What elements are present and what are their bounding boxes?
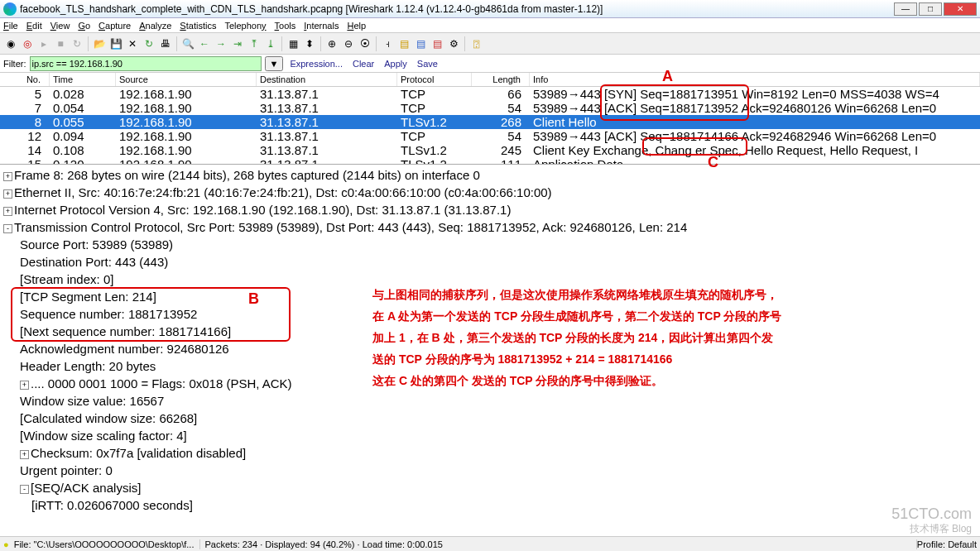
- zoom100-icon[interactable]: ⦿: [358, 36, 372, 51]
- filter-dropdown[interactable]: ▼: [265, 56, 284, 71]
- close-file-icon[interactable]: ✕: [125, 36, 140, 51]
- close-button[interactable]: ✕: [944, 2, 977, 16]
- back-icon[interactable]: ←: [197, 36, 212, 51]
- collapse-icon[interactable]: -: [20, 485, 29, 494]
- dst-port[interactable]: Destination Port: 443 (443): [3, 253, 977, 271]
- ip-node[interactable]: +Internet Protocol Version 4, Src: 192.1…: [3, 201, 977, 218]
- menu-go[interactable]: Go: [78, 21, 90, 31]
- expression-button[interactable]: Expression...: [290, 59, 343, 69]
- menu-telephony[interactable]: Telephony: [224, 21, 266, 31]
- start-icon[interactable]: ▸: [36, 36, 51, 51]
- apply-button[interactable]: Apply: [384, 59, 407, 69]
- src-port[interactable]: Source Port: 53989 (53989): [3, 236, 977, 253]
- open-icon[interactable]: 📂: [92, 36, 107, 51]
- status-profile[interactable]: Profile: Default: [917, 539, 977, 549]
- expand-icon[interactable]: +: [3, 207, 12, 216]
- col-src[interactable]: Source: [116, 73, 257, 86]
- title-bar: facebook_TLS_handshark_complete_with_CDN…: [0, 0, 980, 18]
- stop-icon[interactable]: ■: [53, 36, 68, 51]
- status-bar: ● File: "C:\Users\OOOOOOOOOO\Desktop\f..…: [0, 536, 980, 551]
- status-packets: Packets: 234 · Displayed: 94 (40.2%) · L…: [200, 539, 917, 549]
- menu-tools[interactable]: Tools: [275, 21, 296, 31]
- collapse-icon[interactable]: -: [3, 224, 12, 233]
- reload-icon[interactable]: ↻: [142, 36, 156, 51]
- menu-view[interactable]: View: [50, 21, 70, 31]
- interfaces-icon[interactable]: ◉: [3, 36, 18, 51]
- restart-icon[interactable]: ↻: [70, 36, 84, 51]
- status-bulb-icon[interactable]: ●: [3, 539, 9, 549]
- menu-help[interactable]: Help: [347, 21, 366, 31]
- packet-row[interactable]: 70.054192.168.1.9031.13.87.1TCP5453989→4…: [0, 101, 980, 115]
- resize-icon[interactable]: ⫞: [380, 36, 395, 51]
- menu-file[interactable]: File: [3, 21, 18, 31]
- maximize-button[interactable]: □: [919, 2, 942, 16]
- options-icon[interactable]: ◎: [20, 36, 35, 51]
- filter-label: Filter:: [3, 59, 26, 69]
- packet-row[interactable]: 50.028192.168.1.9031.13.87.1TCP6653989→4…: [0, 87, 980, 101]
- seqack-node[interactable]: -[SEQ/ACK analysis]: [3, 479, 977, 496]
- annotation-text: 与上图相同的捕获序列，但是这次使用操作系统网络堆栈原生填充的随机序号， 在 A …: [372, 284, 781, 391]
- print-icon[interactable]: 🖶: [158, 36, 173, 51]
- packet-list[interactable]: No. Time Source Destination Protocol Len…: [0, 73, 980, 165]
- minimize-button[interactable]: —: [894, 2, 917, 16]
- menu-internals[interactable]: Internals: [304, 21, 339, 31]
- packet-list-header: No. Time Source Destination Protocol Len…: [0, 73, 980, 87]
- col-dst[interactable]: Destination: [257, 73, 397, 86]
- annotation-b-label: B: [248, 290, 259, 308]
- checksum-node[interactable]: +Checksum: 0x7f7a [validation disabled]: [3, 444, 977, 462]
- save-button[interactable]: Save: [417, 59, 438, 69]
- menu-capture[interactable]: Capture: [98, 21, 131, 31]
- status-file: File: "C:\Users\OOOOOOOOOO\Desktop\f...: [9, 539, 200, 549]
- packet-row[interactable]: 80.055192.168.1.9031.13.87.1TLSv1.2268Cl…: [0, 115, 980, 129]
- last-icon[interactable]: ⤓: [263, 36, 278, 51]
- app-icon: [3, 2, 17, 16]
- capture-filter-icon[interactable]: ▤: [396, 36, 411, 51]
- col-info[interactable]: Info: [530, 73, 980, 86]
- packet-row[interactable]: 120.094192.168.1.9031.13.87.1TCP5453989→…: [0, 129, 980, 143]
- autoscroll-icon[interactable]: ⬍: [302, 36, 317, 51]
- menu-analyze[interactable]: Analyze: [139, 21, 171, 31]
- zoomin-icon[interactable]: ⊕: [324, 36, 339, 51]
- first-icon[interactable]: ⤒: [247, 36, 262, 51]
- packet-row[interactable]: 140.108192.168.1.9031.13.87.1TLSv1.2245C…: [0, 143, 980, 157]
- expand-icon[interactable]: +: [20, 381, 29, 390]
- eth-node[interactable]: +Ethernet II, Src: 40:16:7e:24:fb:21 (40…: [3, 184, 977, 201]
- irtt[interactable]: [iRTT: 0.026067000 seconds]: [3, 496, 977, 514]
- col-len[interactable]: Length: [472, 73, 530, 86]
- menu-edit[interactable]: Edit: [26, 21, 42, 31]
- find-icon[interactable]: 🔍: [180, 36, 195, 51]
- win-scale[interactable]: [Window size scaling factor: 4]: [3, 427, 977, 444]
- filter-bar: Filter: ▼ Expression... Clear Apply Save: [0, 55, 980, 73]
- col-time[interactable]: Time: [50, 73, 116, 86]
- win-size[interactable]: Window size value: 16567: [3, 392, 977, 410]
- colorize-icon[interactable]: ▦: [286, 36, 300, 51]
- expand-icon[interactable]: +: [20, 450, 29, 459]
- window-title: facebook_TLS_handshark_complete_with_CDN…: [20, 3, 603, 15]
- packet-row[interactable]: 150.120192.168.1.9031.13.87.1TLSv1.2111A…: [0, 157, 980, 164]
- display-filter-icon[interactable]: ▤: [413, 36, 428, 51]
- frame-node[interactable]: +Frame 8: 268 bytes on wire (2144 bits),…: [3, 166, 977, 184]
- help-icon[interactable]: ⍰: [468, 36, 483, 51]
- col-no[interactable]: No.: [0, 73, 50, 86]
- win-calc[interactable]: [Calculated window size: 66268]: [3, 410, 977, 427]
- prefs-icon[interactable]: ⚙: [446, 36, 461, 51]
- save-icon[interactable]: 💾: [108, 36, 123, 51]
- urg-ptr[interactable]: Urgent pointer: 0: [3, 462, 977, 479]
- expand-icon[interactable]: +: [3, 189, 12, 199]
- expand-icon[interactable]: +: [3, 172, 12, 181]
- menu-bar: File Edit View Go Capture Analyze Statis…: [0, 18, 980, 33]
- annotation-a-label: A: [662, 68, 673, 85]
- toolbar: ◉ ◎ ▸ ■ ↻ 📂 💾 ✕ ↻ 🖶 🔍 ← → ⇥ ⤒ ⤓ ▦ ⬍ ⊕ ⊖ …: [0, 33, 980, 55]
- goto-icon[interactable]: ⇥: [230, 36, 245, 51]
- coloring-icon[interactable]: ▤: [430, 36, 444, 51]
- filter-input[interactable]: [30, 56, 262, 71]
- tcp-node[interactable]: -Transmission Control Protocol, Src Port…: [3, 218, 977, 236]
- forward-icon[interactable]: →: [214, 36, 228, 51]
- zoomout-icon[interactable]: ⊖: [341, 36, 356, 51]
- col-proto[interactable]: Protocol: [397, 73, 472, 86]
- clear-button[interactable]: Clear: [353, 59, 374, 69]
- menu-statistics[interactable]: Statistics: [180, 21, 216, 31]
- packet-details[interactable]: +Frame 8: 268 bytes on wire (2144 bits),…: [0, 165, 980, 520]
